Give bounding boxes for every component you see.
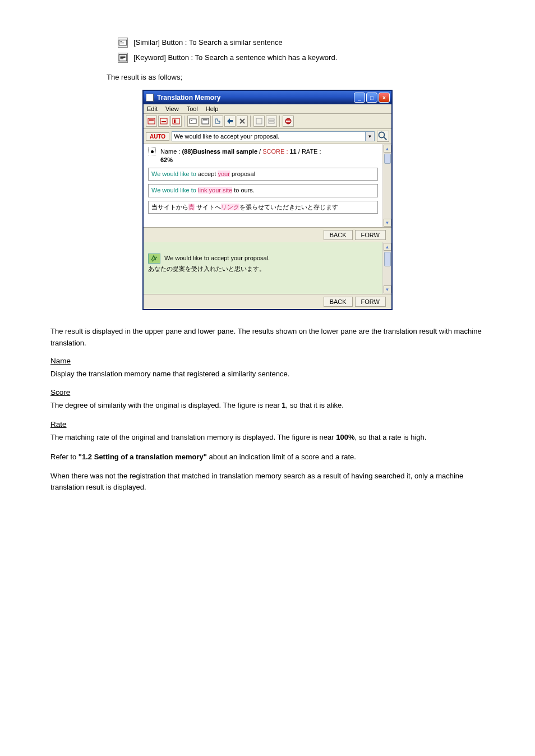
term-rate-title: Rate bbox=[50, 420, 485, 428]
window-title: Translation Memory bbox=[157, 94, 354, 102]
svg-rect-4 bbox=[120, 56, 125, 57]
similar-button-label: [Similar] Button bbox=[133, 38, 183, 47]
toolbar-btn-2[interactable] bbox=[158, 116, 169, 127]
search-dropdown-button[interactable]: ▼ bbox=[366, 131, 375, 141]
auto-label[interactable]: AUTO bbox=[146, 132, 169, 141]
upper-pane: Name : (88)Business mail sample / SCORE … bbox=[144, 144, 382, 227]
upper-forw-button[interactable]: FORW bbox=[355, 230, 386, 240]
svg-rect-19 bbox=[269, 119, 274, 121]
keyword-button-icon bbox=[118, 53, 128, 63]
svg-point-23 bbox=[379, 132, 385, 138]
search-row: AUTO ▼ bbox=[144, 129, 391, 144]
term-rate-desc: The matching rate of the original and tr… bbox=[50, 432, 485, 443]
segment-original: We would like to accept your proposal bbox=[148, 168, 378, 181]
menu-edit[interactable]: Edit bbox=[147, 105, 158, 112]
toolbar-btn-6[interactable] bbox=[212, 116, 223, 127]
svg-rect-20 bbox=[269, 122, 274, 123]
keyword-button-label: [Keyword] Button bbox=[133, 53, 189, 62]
segment-match-source: We would like to link your site to ours. bbox=[148, 184, 378, 197]
similar-button-desc: : To Search a similar sentence bbox=[183, 38, 283, 47]
toolbar-similar-button[interactable] bbox=[187, 116, 199, 127]
svg-rect-7 bbox=[148, 118, 155, 124]
toolbar-keyword-button[interactable] bbox=[200, 116, 211, 127]
scroll-up-icon[interactable]: ▲ bbox=[384, 145, 391, 153]
search-go-button[interactable] bbox=[377, 131, 389, 142]
toolbar-btn-9[interactable] bbox=[253, 116, 265, 127]
toolbar-btn-3[interactable] bbox=[170, 116, 182, 127]
upper-back-button[interactable]: BACK bbox=[324, 230, 353, 240]
svg-rect-12 bbox=[174, 119, 176, 123]
result-intro: The result is as follows; bbox=[107, 72, 485, 84]
toolbar-btn-1[interactable] bbox=[146, 116, 157, 127]
term-score-title: Score bbox=[50, 388, 485, 397]
segment-match-target: 当サイトから貴 サイトへリンクを張らせていただきたいと存じます bbox=[148, 201, 378, 214]
search-input[interactable] bbox=[172, 131, 366, 141]
result-meta: Name : (88)Business mail sample / SCORE … bbox=[160, 147, 321, 164]
lower-forw-button[interactable]: FORW bbox=[355, 297, 386, 307]
term-score-desc: The degree of similarity with the origin… bbox=[50, 400, 485, 411]
explain-ref: Refer to "1.2 Setting of a translation m… bbox=[50, 451, 485, 463]
menu-tool[interactable]: Tool bbox=[187, 105, 198, 112]
svg-rect-6 bbox=[120, 58, 123, 59]
upper-scrollbar[interactable]: ▲ ▼ bbox=[382, 144, 391, 227]
menu-help[interactable]: Help bbox=[206, 105, 219, 112]
menubar: Edit View Tool Help bbox=[144, 104, 391, 114]
svg-rect-13 bbox=[190, 119, 196, 123]
toolbar-btn-7[interactable] bbox=[224, 116, 236, 127]
explain-panes: The result is displayed in the upper pan… bbox=[50, 326, 485, 348]
mt-target: あなたの提案を受け入れたいと思います。 bbox=[148, 265, 378, 273]
svg-rect-8 bbox=[149, 119, 154, 121]
term-name-title: Name bbox=[50, 357, 485, 365]
menu-view[interactable]: View bbox=[165, 105, 179, 112]
scroll-up-icon[interactable]: ▲ bbox=[384, 243, 391, 251]
svg-rect-10 bbox=[162, 121, 166, 122]
lower-scrollbar[interactable]: ▲ ▼ bbox=[382, 242, 391, 294]
svg-rect-17 bbox=[203, 121, 207, 121]
titlebar[interactable]: Translation Memory _ □ × bbox=[144, 91, 391, 104]
lower-back-button[interactable]: BACK bbox=[324, 297, 353, 307]
close-button[interactable]: × bbox=[379, 93, 390, 103]
toolbar bbox=[144, 114, 391, 129]
app-icon bbox=[146, 94, 154, 102]
term-name-desc: Display the translation memory name that… bbox=[50, 368, 485, 380]
result-radio[interactable] bbox=[148, 147, 156, 155]
lower-pane: We would like to accept your proposal. あ… bbox=[144, 242, 382, 294]
similar-button-icon bbox=[118, 38, 128, 48]
mt-source: We would like to accept your proposal. bbox=[164, 255, 270, 261]
explain-nomatch: When there was not the registration that… bbox=[50, 471, 485, 493]
svg-rect-16 bbox=[203, 119, 207, 120]
scroll-down-icon[interactable]: ▼ bbox=[384, 219, 391, 227]
maximize-button[interactable]: □ bbox=[366, 93, 377, 103]
svg-rect-11 bbox=[173, 118, 179, 124]
minimize-button[interactable]: _ bbox=[354, 93, 365, 103]
translation-memory-window: Translation Memory _ □ × Edit View Tool … bbox=[142, 90, 393, 310]
svg-rect-2 bbox=[120, 43, 124, 43]
mt-icon bbox=[148, 253, 160, 264]
toolbar-btn-11[interactable] bbox=[283, 116, 294, 127]
svg-rect-1 bbox=[120, 42, 122, 42]
svg-rect-5 bbox=[120, 57, 125, 58]
keyword-button-desc: : To Search a sentence which has a keywo… bbox=[189, 53, 337, 62]
toolbar-btn-10[interactable] bbox=[266, 116, 277, 127]
svg-rect-22 bbox=[286, 121, 290, 122]
scroll-down-icon[interactable]: ▼ bbox=[384, 285, 391, 293]
svg-rect-18 bbox=[256, 118, 262, 124]
toolbar-delete-button[interactable] bbox=[237, 116, 248, 127]
svg-rect-14 bbox=[191, 120, 192, 121]
